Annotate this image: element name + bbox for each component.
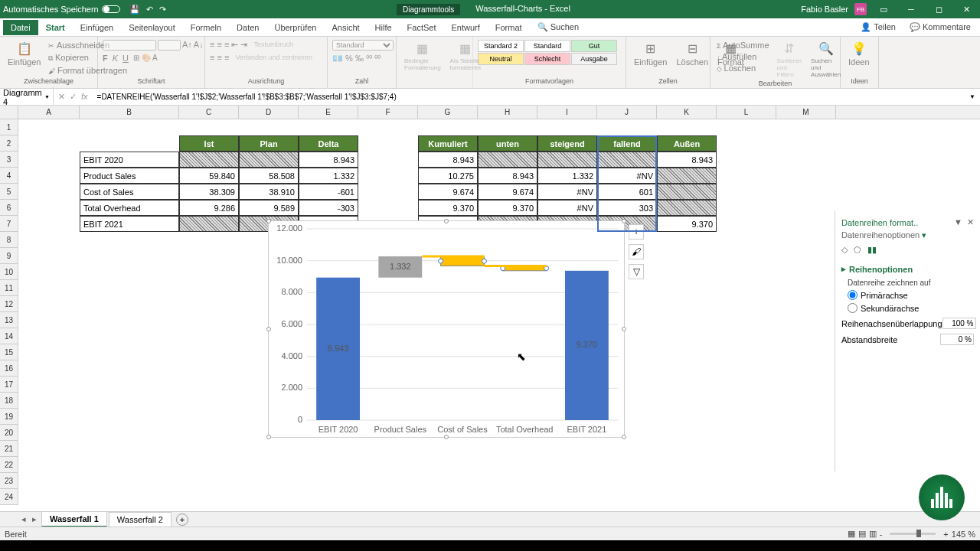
secondary-axis-radio[interactable]: Sekundärachse bbox=[841, 303, 974, 313]
ideas-button[interactable]: 💡Ideen bbox=[845, 40, 873, 68]
cell[interactable]: 9.286 bbox=[179, 200, 239, 216]
overlap-input[interactable] bbox=[942, 318, 976, 329]
cell[interactable]: Cost of Sales bbox=[80, 184, 179, 200]
cell[interactable]: Außen bbox=[657, 135, 717, 152]
column-header[interactable]: H bbox=[478, 106, 537, 119]
cell[interactable] bbox=[657, 168, 717, 184]
page-break-view-icon[interactable]: ▥ bbox=[869, 529, 877, 539]
user-name[interactable]: Fabio Basler bbox=[801, 5, 848, 14]
share-button[interactable]: 👤 Teilen bbox=[854, 19, 902, 35]
save-icon[interactable]: 💾 bbox=[129, 5, 140, 15]
cell[interactable]: 8.943 bbox=[657, 152, 717, 168]
zoom-level[interactable]: 145 % bbox=[952, 530, 975, 539]
cell[interactable]: 38.309 bbox=[179, 184, 239, 200]
add-sheet-button[interactable]: + bbox=[176, 514, 188, 526]
cell[interactable]: 10.275 bbox=[418, 168, 478, 184]
sheet-nav-last-icon[interactable]: ▸ bbox=[29, 513, 40, 526]
tab-review[interactable]: Überprüfen bbox=[266, 20, 324, 35]
cell[interactable] bbox=[537, 152, 597, 168]
tab-format[interactable]: Format bbox=[488, 20, 530, 35]
cell[interactable]: 8.943 bbox=[418, 152, 478, 168]
cell[interactable]: Ist bbox=[179, 135, 239, 152]
row-header[interactable]: 16 bbox=[0, 360, 18, 377]
sheet-nav-first-icon[interactable]: ◂ bbox=[18, 513, 29, 526]
formula-input[interactable]: =DATENREIHE('Wasserfall 1'!$J$2;'Wasserf… bbox=[93, 91, 965, 103]
chart-filter-icon[interactable]: ▽ bbox=[629, 264, 644, 279]
row-header[interactable]: 8 bbox=[0, 232, 18, 248]
cell[interactable]: Product Sales bbox=[80, 168, 179, 184]
row-header[interactable]: 4 bbox=[0, 168, 18, 184]
cell[interactable]: 303 bbox=[597, 200, 657, 216]
cell[interactable]: 38.910 bbox=[239, 184, 299, 200]
page-layout-view-icon[interactable]: ▤ bbox=[858, 529, 866, 539]
cell[interactable]: 1.332 bbox=[299, 168, 358, 184]
row-header[interactable]: 17 bbox=[0, 377, 18, 393]
close-icon[interactable]: ✕ bbox=[956, 0, 977, 18]
chart-plot-area[interactable]: 02.0004.0006.0008.00010.00012.0008.943EB… bbox=[269, 221, 624, 437]
redo-icon[interactable]: ↷ bbox=[159, 5, 166, 15]
row-header[interactable]: 9 bbox=[0, 248, 18, 264]
cell[interactable]: 9.370 bbox=[478, 200, 537, 216]
autosave-toggle[interactable]: Automatisches Speichern bbox=[3, 5, 120, 14]
column-header[interactable]: I bbox=[537, 106, 597, 119]
cell[interactable]: Total Overhead bbox=[80, 200, 179, 216]
cell[interactable]: 8.943 bbox=[299, 152, 358, 168]
user-avatar[interactable]: FB bbox=[854, 3, 867, 15]
expand-formula-icon[interactable]: ▼ bbox=[965, 93, 980, 100]
row-header[interactable]: 5 bbox=[0, 184, 18, 200]
sheet-tab-2[interactable]: Wasserfall 2 bbox=[109, 512, 172, 527]
cell[interactable]: -601 bbox=[299, 184, 358, 200]
row-header[interactable]: 15 bbox=[0, 344, 18, 360]
effects-icon[interactable]: ⬠ bbox=[854, 245, 861, 255]
column-header[interactable]: J bbox=[597, 106, 657, 119]
normal-view-icon[interactable]: ▦ bbox=[848, 529, 855, 539]
row-header[interactable]: 12 bbox=[0, 296, 18, 312]
taskpane-dropdown-icon[interactable]: ▼ bbox=[954, 217, 962, 227]
find-select-button[interactable]: 🔍Suchen und Auswählen bbox=[808, 40, 844, 80]
row-header[interactable]: 3 bbox=[0, 152, 18, 168]
column-header[interactable]: F bbox=[358, 106, 418, 119]
column-header[interactable]: L bbox=[717, 106, 776, 119]
cell[interactable]: fallend bbox=[597, 135, 657, 152]
comments-button[interactable]: 💬 Kommentare bbox=[903, 19, 977, 35]
tab-file[interactable]: Datei bbox=[3, 20, 38, 35]
insert-cells-button[interactable]: ⊞Einfügen bbox=[631, 40, 670, 68]
waterfall-chart[interactable]: + 🖌 ▽ 02.0004.0006.0008.00010.00012.0008… bbox=[268, 220, 625, 438]
row-header[interactable]: 19 bbox=[0, 409, 18, 425]
zoom-out-icon[interactable]: - bbox=[880, 530, 883, 539]
cell[interactable] bbox=[179, 216, 239, 232]
cell[interactable]: 9.674 bbox=[478, 184, 537, 200]
primary-axis-radio[interactable]: Primärachse bbox=[841, 290, 974, 300]
fill-line-icon[interactable]: ◇ bbox=[841, 245, 848, 255]
cell[interactable]: unten bbox=[478, 135, 537, 152]
cell[interactable]: #NV bbox=[537, 184, 597, 200]
undo-icon[interactable]: ↶ bbox=[146, 5, 153, 15]
chart-styles-icon[interactable]: 🖌 bbox=[629, 244, 644, 259]
cell[interactable]: 9.370 bbox=[657, 216, 717, 232]
cell[interactable]: 9.370 bbox=[418, 200, 478, 216]
cell-styles-gallery[interactable]: Standard 2 Standard Gut Neutral Schlecht… bbox=[478, 40, 617, 65]
column-header[interactable]: C bbox=[179, 106, 239, 119]
column-header[interactable]: M bbox=[776, 106, 836, 119]
cell[interactable]: Plan bbox=[239, 135, 299, 152]
row-header[interactable]: 22 bbox=[0, 457, 18, 473]
column-header[interactable]: D bbox=[239, 106, 299, 119]
tab-layout[interactable]: Seitenlayout bbox=[121, 20, 183, 35]
cell[interactable]: #NV bbox=[597, 168, 657, 184]
cell[interactable]: 9.674 bbox=[418, 184, 478, 200]
cell[interactable] bbox=[239, 152, 299, 168]
cell[interactable]: Kumuliert bbox=[418, 135, 478, 152]
cell[interactable]: Delta bbox=[299, 135, 358, 152]
row-header[interactable]: 1 bbox=[0, 119, 18, 135]
delete-cells-button[interactable]: ⊟Löschen bbox=[673, 40, 711, 68]
cell[interactable]: EBIT 2020 bbox=[80, 152, 179, 168]
row-header[interactable]: 20 bbox=[0, 425, 18, 441]
cell[interactable] bbox=[478, 152, 537, 168]
row-header[interactable]: 11 bbox=[0, 280, 18, 296]
tab-design[interactable]: Entwurf bbox=[443, 20, 487, 35]
cell[interactable]: 601 bbox=[597, 184, 657, 200]
taskpane-close-icon[interactable]: ✕ bbox=[967, 217, 974, 227]
cell[interactable]: EBIT 2021 bbox=[80, 216, 179, 232]
row-header[interactable]: 18 bbox=[0, 393, 18, 409]
tab-formulas[interactable]: Formeln bbox=[183, 20, 229, 35]
